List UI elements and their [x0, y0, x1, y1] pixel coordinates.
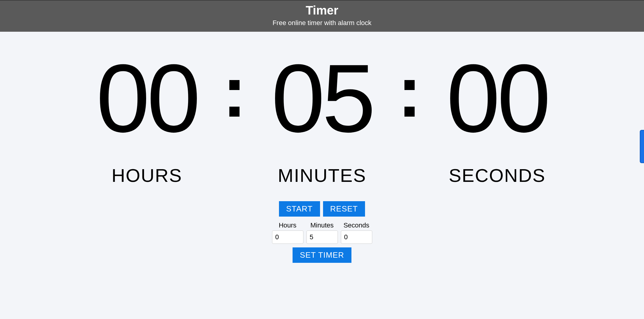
set-timer-button[interactable]: SET TIMER: [293, 247, 351, 263]
controls-panel: START RESET Hours Minutes Seconds SET TI…: [0, 201, 644, 263]
minutes-value: 05: [271, 50, 373, 147]
minutes-input[interactable]: [306, 230, 338, 244]
page-header: Timer Free online timer with alarm clock: [0, 0, 644, 32]
seconds-input-label: Seconds: [344, 221, 370, 229]
timer-display: 00 HOURS : 05 MINUTES : 00 SECONDS: [0, 50, 644, 186]
feedback-tab[interactable]: [640, 130, 644, 163]
minutes-label: MINUTES: [278, 165, 366, 186]
hours-label: HOURS: [112, 165, 182, 186]
seconds-label: SECONDS: [449, 165, 546, 186]
seconds-input-group: Seconds: [341, 221, 372, 244]
page-subtitle: Free online timer with alarm clock: [0, 19, 644, 27]
hours-input-group: Hours: [272, 221, 303, 244]
seconds-input[interactable]: [341, 230, 372, 244]
hours-value: 00: [96, 50, 198, 147]
time-separator: :: [223, 50, 247, 133]
minutes-input-label: Minutes: [310, 221, 334, 229]
minutes-segment: 05 MINUTES: [247, 50, 398, 186]
main-button-row: START RESET: [279, 201, 365, 217]
time-separator: :: [398, 50, 422, 133]
reset-button[interactable]: RESET: [323, 201, 365, 217]
hours-input-label: Hours: [279, 221, 296, 229]
hours-input[interactable]: [272, 230, 303, 244]
seconds-segment: 00 SECONDS: [422, 50, 573, 186]
page-title: Timer: [0, 4, 644, 17]
time-inputs-row: Hours Minutes Seconds: [272, 221, 372, 244]
start-button[interactable]: START: [279, 201, 320, 217]
minutes-input-group: Minutes: [306, 221, 338, 244]
hours-segment: 00 HOURS: [72, 50, 223, 186]
seconds-value: 00: [447, 50, 548, 147]
